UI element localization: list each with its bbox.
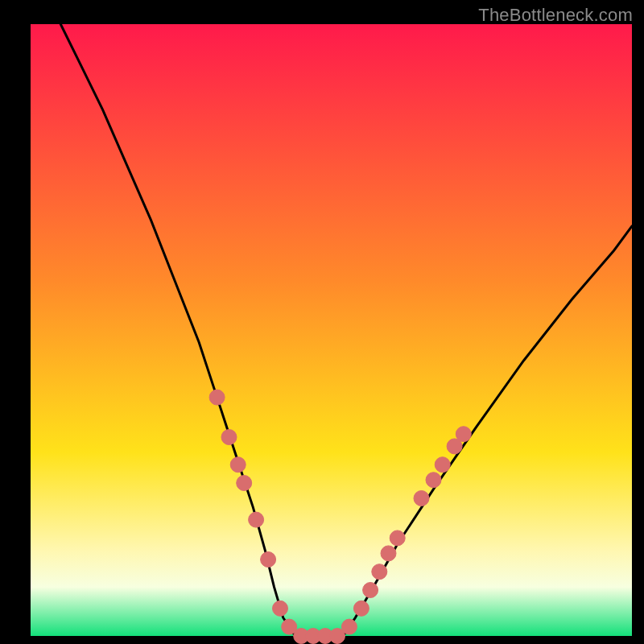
data-marker: [414, 491, 429, 506]
data-marker: [237, 476, 252, 491]
data-marker: [363, 583, 378, 598]
data-marker: [209, 390, 225, 405]
data-marker: [230, 457, 246, 473]
data-marker: [390, 530, 405, 546]
bottleneck-chart: [0, 0, 644, 644]
data-marker: [261, 552, 276, 568]
data-marker: [456, 427, 471, 442]
data-marker: [341, 619, 357, 634]
data-marker: [221, 430, 237, 445]
data-marker: [353, 601, 369, 616]
data-marker: [249, 512, 264, 527]
data-marker: [426, 473, 441, 488]
plot-background: [31, 24, 632, 636]
data-marker: [372, 564, 387, 580]
data-marker: [381, 546, 396, 561]
chart-frame: { "watermark": "TheBottleneck.com", "col…: [0, 0, 644, 644]
data-marker: [273, 601, 288, 616]
data-marker: [435, 457, 450, 473]
